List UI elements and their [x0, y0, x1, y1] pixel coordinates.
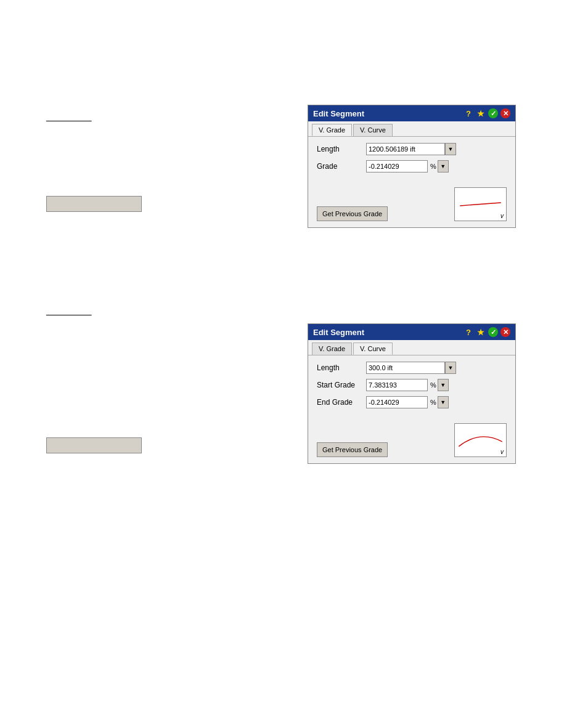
svg-line-0 [460, 203, 500, 206]
endgrade-label-2: End Grade [317, 398, 366, 407]
tab-vgrade-1[interactable]: V. Grade [312, 124, 352, 136]
field-row-endgrade-2: End Grade % ▼ [317, 396, 507, 408]
grade-input-1[interactable] [366, 160, 428, 172]
edit-segment-dialog-2: Edit Segment ? ★ ✓ ✕ V. Grade V. Curve L… [308, 323, 516, 464]
dialog-1-icons: ? ★ ✓ ✕ [463, 108, 510, 118]
endgrade-unit-2: % [430, 399, 436, 406]
dialog-1-footer: Get Previous Grade v [308, 184, 515, 227]
grade-input-wrap-1: % ▼ [366, 160, 449, 172]
left-button-2[interactable] [46, 437, 142, 453]
get-prev-grade-button-1[interactable]: Get Previous Grade [317, 206, 388, 221]
tab-vcurve-2[interactable]: V. Curve [353, 343, 393, 355]
startgrade-input-wrap-2: % ▼ [366, 379, 449, 391]
endgrade-input-2[interactable] [366, 396, 428, 408]
dialog-1-tabs: V. Grade V. Curve [308, 121, 515, 137]
help-icon-2[interactable]: ? [463, 327, 473, 337]
dialog-1-titlebar: Edit Segment ? ★ ✓ ✕ [308, 105, 515, 121]
left-button-1[interactable] [46, 196, 142, 212]
help-icon[interactable]: ? [463, 108, 473, 118]
length-dropdown-1[interactable]: ▼ [445, 143, 456, 155]
grade-dropdown-1[interactable]: ▼ [438, 160, 449, 172]
dialog-2-tabs: V. Grade V. Curve [308, 340, 515, 355]
check-icon-2[interactable]: ✓ [488, 327, 498, 337]
dialog-1-title: Edit Segment [313, 109, 463, 118]
star-icon-2[interactable]: ★ [476, 327, 486, 337]
length-input-wrap-1: ▼ [366, 143, 456, 155]
dialog-2-body: Length ▼ Start Grade % ▼ End Grade % ▼ [308, 355, 515, 420]
dialog-2-title: Edit Segment [313, 328, 463, 337]
endgrade-input-wrap-2: % ▼ [366, 396, 449, 408]
startgrade-dropdown-2[interactable]: ▼ [438, 379, 449, 391]
dialog-1-body: Length ▼ Grade % ▼ [308, 137, 515, 184]
dialog-2-titlebar: Edit Segment ? ★ ✓ ✕ [308, 324, 515, 340]
startgrade-label-2: Start Grade [317, 381, 366, 389]
field-row-length-1: Length ▼ [317, 143, 507, 155]
startgrade-unit-2: % [430, 381, 436, 389]
field-row-startgrade-2: Start Grade % ▼ [317, 379, 507, 391]
endgrade-dropdown-2[interactable]: ▼ [438, 396, 449, 408]
grade-label-1: Grade [317, 162, 366, 171]
length-dropdown-2[interactable]: ▼ [445, 362, 456, 374]
preview-box-1: v [454, 187, 507, 221]
tab-vgrade-2[interactable]: V. Grade [312, 343, 352, 355]
length-input-2[interactable] [366, 362, 445, 374]
length-label-2: Length [317, 363, 366, 372]
dialog-2-footer: Get Previous Grade v [308, 420, 515, 463]
preview-box-2: v [454, 423, 507, 457]
preview-label-1: v [500, 213, 504, 219]
startgrade-input-2[interactable] [366, 379, 428, 391]
field-row-length-2: Length ▼ [317, 362, 507, 374]
grade-unit-1: % [430, 163, 436, 170]
tab-vcurve-1[interactable]: V. Curve [353, 124, 393, 136]
field-row-grade-1: Grade % ▼ [317, 160, 507, 172]
close-icon-2[interactable]: ✕ [500, 327, 510, 337]
star-icon[interactable]: ★ [476, 108, 486, 118]
get-prev-grade-button-2[interactable]: Get Previous Grade [317, 442, 388, 457]
length-label-1: Length [317, 145, 366, 153]
underline-text-2: ____________ [46, 308, 91, 315]
dialog-2-icons: ? ★ ✓ ✕ [463, 327, 510, 337]
edit-segment-dialog-1: Edit Segment ? ★ ✓ ✕ V. Grade V. Curve L… [308, 105, 516, 228]
preview-label-2: v [500, 448, 504, 455]
close-icon[interactable]: ✕ [500, 108, 510, 118]
check-icon[interactable]: ✓ [488, 108, 498, 118]
preview-svg-2 [455, 424, 506, 456]
length-input-wrap-2: ▼ [366, 362, 456, 374]
preview-svg-1 [455, 188, 506, 221]
length-input-1[interactable] [366, 143, 445, 155]
underline-text-1: ____________ [46, 114, 91, 121]
